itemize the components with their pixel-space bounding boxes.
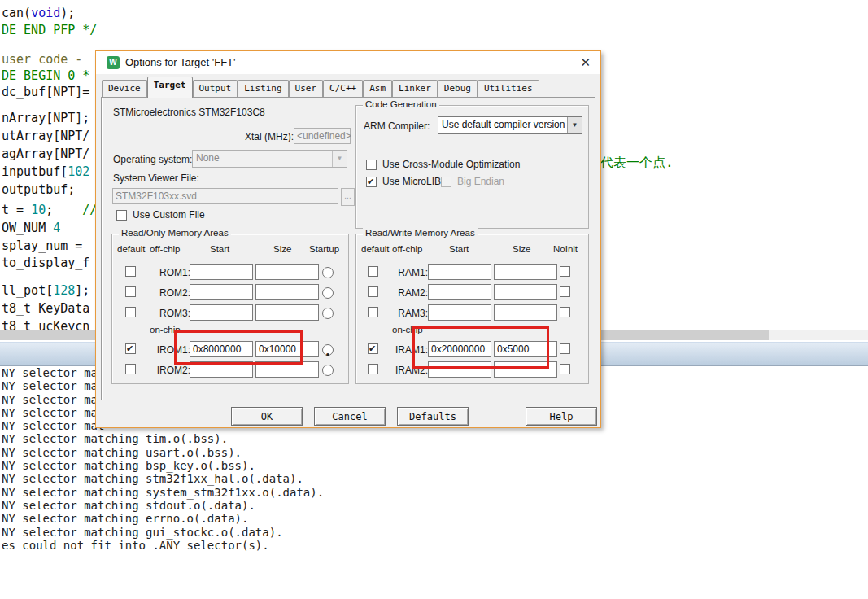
col-startup: Startup <box>309 244 339 254</box>
size-input[interactable] <box>494 284 557 300</box>
default-checkbox[interactable]: ✔ <box>368 343 378 354</box>
tab-output[interactable]: Output <box>193 80 238 98</box>
noinit-checkbox[interactable] <box>560 307 570 317</box>
tab-user[interactable]: User <box>289 80 324 98</box>
tab-asm[interactable]: Asm <box>363 80 392 98</box>
code-line: inputbuf[102 <box>2 164 89 180</box>
startup-radio[interactable] <box>322 308 334 319</box>
use-microlib-checkbox[interactable]: ✔ <box>366 177 377 187</box>
startup-radio[interactable]: ● <box>322 344 334 356</box>
code-line: DE END PFP */ <box>2 22 97 38</box>
size-input[interactable] <box>255 304 319 321</box>
code-line: ll_pot[128]; <box>2 282 89 299</box>
cancel-button[interactable]: Cancel <box>314 407 386 426</box>
cross-module-optimization-checkbox[interactable] <box>366 160 377 170</box>
col-default: default <box>117 244 146 254</box>
code-line: user code - <box>2 51 82 68</box>
code-line: utArray[NPT/ <box>2 128 89 144</box>
startup-radio[interactable] <box>322 365 334 376</box>
output-line: es could not fit into .ANY selector(s). <box>2 539 868 552</box>
ok-button[interactable]: OK <box>231 407 303 426</box>
output-line: NY selector matching system_stm32f1xx.o(… <box>2 486 868 499</box>
default-checkbox[interactable] <box>368 266 378 277</box>
start-input[interactable] <box>428 284 491 300</box>
size-input[interactable] <box>255 264 319 280</box>
chevron-down-icon[interactable]: ▼ <box>567 117 582 133</box>
default-checkbox[interactable]: ✔ <box>125 343 136 354</box>
default-checkbox[interactable] <box>125 364 136 374</box>
tab-debug[interactable]: Debug <box>438 80 478 98</box>
close-icon[interactable]: ✕ <box>580 55 591 70</box>
tab-utilities[interactable]: Utilities <box>478 80 539 98</box>
xtal-input: <undefined> <box>294 128 351 144</box>
tab-target[interactable]: Target <box>147 77 193 98</box>
rom-legend: Read/Only Memory Areas <box>119 228 231 238</box>
size-input[interactable] <box>494 304 557 321</box>
code-line: can(void); <box>2 5 75 21</box>
noinit-checkbox[interactable] <box>560 364 570 374</box>
use-microlib-label: Use MicroLIB <box>382 176 441 187</box>
start-input[interactable] <box>190 284 253 300</box>
output-line: NY selector matching errno.o(.data). <box>2 512 868 525</box>
size-input[interactable] <box>494 264 557 280</box>
use-custom-file-checkbox[interactable] <box>116 210 127 221</box>
arm-compiler-select[interactable]: Use default compiler version 5 ▼ <box>438 116 582 134</box>
row-label: IROM2: <box>145 365 190 376</box>
tab-device[interactable]: Device <box>102 80 147 98</box>
tab-listing[interactable]: Listing <box>238 80 288 98</box>
start-input[interactable] <box>428 264 491 280</box>
xtal-label: Xtal (MHz): <box>224 131 294 142</box>
col-default: default <box>361 244 390 254</box>
default-checkbox[interactable] <box>125 307 136 317</box>
default-checkbox[interactable] <box>125 266 136 277</box>
output-line: NY selector matching gui_stockc.o(.data)… <box>2 526 868 539</box>
startup-radio[interactable] <box>322 287 334 299</box>
irom1-annotation-rectangle <box>174 330 303 365</box>
use-custom-file-label: Use Custom File <box>133 209 205 221</box>
tab-ccpp[interactable]: C/C++ <box>323 80 363 98</box>
ram3-row: RAM3: <box>356 304 588 322</box>
code-line: t = 10; // <box>2 202 97 218</box>
arm-compiler-value: Use default compiler version 5 <box>442 119 573 130</box>
rom3-row: ROM3: <box>112 304 348 322</box>
tabstrip: Device Target Output Listing User C/C++ … <box>102 81 539 98</box>
row-label: ROM3: <box>145 308 190 319</box>
code-line: nArray[NPT]; <box>2 110 89 126</box>
rom2-row: ROM2: <box>112 284 348 302</box>
default-checkbox[interactable] <box>368 307 378 317</box>
browse-button[interactable]: ... <box>341 188 355 206</box>
output-line: NY selector matching tim.o(.bss). <box>2 432 868 445</box>
default-checkbox[interactable] <box>125 286 136 297</box>
row-label: ROM1: <box>145 267 190 278</box>
start-input[interactable] <box>190 264 253 280</box>
operating-system-value: None <box>196 152 220 164</box>
code-line: DE BEGIN 0 * <box>2 68 89 84</box>
tab-linker[interactable]: Linker <box>392 80 438 98</box>
noinit-checkbox[interactable] <box>560 266 570 277</box>
start-input[interactable] <box>190 304 253 321</box>
output-line: NY selector matching stm32f1xx_hal.o(.da… <box>2 472 868 485</box>
noinit-checkbox[interactable] <box>560 286 570 297</box>
size-input[interactable] <box>255 284 319 300</box>
device-name-label: STMicroelectronics STM32F103C8 <box>113 107 265 118</box>
row-label: RAM1: <box>386 267 428 278</box>
col-start: Start <box>210 244 229 254</box>
output-line: NY selector matching bsp_key.o(.bss). <box>2 459 868 472</box>
code-line: dc_buf[NPT]= <box>2 84 89 100</box>
chevron-down-icon: ▼ <box>332 151 347 167</box>
code-line: outputbuf; <box>2 181 75 198</box>
default-checkbox[interactable] <box>368 364 378 374</box>
cross-module-optimization-label: Use Cross-Module Optimization <box>382 159 520 170</box>
default-checkbox[interactable] <box>368 286 378 297</box>
dialog-title: Options for Target 'FFT' <box>125 56 236 68</box>
start-input[interactable] <box>428 304 491 321</box>
iram1-annotation-rectangle <box>412 326 549 369</box>
defaults-button[interactable]: Defaults <box>397 407 469 426</box>
code-line: t8_t KeyData <box>2 300 89 317</box>
row-label: ROM2: <box>145 287 190 299</box>
system-viewer-file-label: System Viewer File: <box>113 173 199 184</box>
dialog-titlebar[interactable]: W Options for Target 'FFT' ✕ <box>96 51 600 74</box>
noinit-checkbox[interactable] <box>560 343 570 354</box>
help-button[interactable]: Help <box>526 407 597 426</box>
startup-radio[interactable] <box>322 267 334 278</box>
